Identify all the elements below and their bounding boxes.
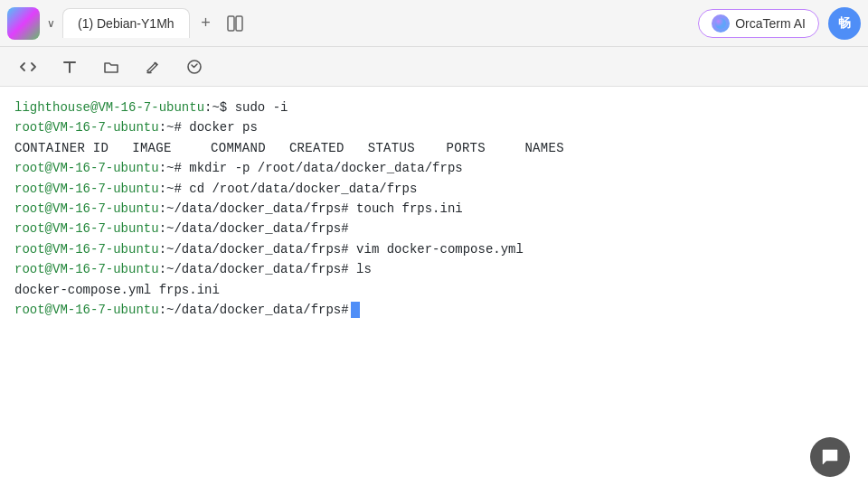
edit-icon[interactable] [139, 53, 166, 80]
svg-rect-1 [236, 16, 242, 31]
terminal-line-3: CONTAINER ID IMAGE COMMAND CREATED STATU… [14, 138, 854, 158]
col-command: COMMAND [211, 141, 266, 155]
folder-icon[interactable] [98, 53, 125, 80]
cmd-2: :~# docker ps [159, 120, 258, 135]
terminal-line-9: root@VM-16-7-ubuntu:~/data/docker_data/f… [14, 259, 854, 279]
prompt-6: root@VM-16-7-ubuntu [14, 201, 159, 216]
prompt-8: root@VM-16-7-ubuntu [14, 242, 159, 257]
toolbar [0, 47, 868, 87]
svg-rect-0 [228, 16, 234, 31]
col-status: STATUS [368, 141, 415, 155]
terminal-line-10: docker-compose.yml frps.ini [14, 280, 854, 300]
terminal-line-6: root@VM-16-7-ubuntu:~/data/docker_data/f… [14, 199, 854, 219]
prompt-9: root@VM-16-7-ubuntu [14, 262, 159, 276]
text-icon[interactable] [56, 53, 83, 80]
prompt-11: root@VM-16-7-ubuntu [14, 303, 159, 317]
col-image: IMAGE [132, 141, 171, 155]
terminal-line-4: root@VM-16-7-ubuntu:~# mkdir -p /root/da… [14, 158, 854, 178]
output-text: docker-compose.yml frps.ini [14, 283, 220, 297]
cmd-6: :~/data/docker_data/frps# touch frps.ini [159, 201, 463, 216]
prompt-4: root@VM-16-7-ubuntu [14, 161, 159, 175]
prompt-1: lighthouse@VM-16-7-ubuntu [14, 100, 204, 115]
terminal-line-2: root@VM-16-7-ubuntu:~# docker ps [14, 117, 854, 137]
prompt-5: root@VM-16-7-ubuntu [14, 182, 159, 196]
terminal[interactable]: lighthouse@VM-16-7-ubuntu:~$ sudo -i roo… [0, 87, 868, 495]
prompt-2: root@VM-16-7-ubuntu [14, 120, 159, 135]
split-button[interactable] [222, 11, 248, 36]
tab-bar: (1) Debian-Y1Mh + [62, 8, 691, 38]
svg-point-2 [715, 18, 726, 29]
code-icon[interactable] [14, 53, 42, 80]
title-bar-right: OrcaTerm AI 畅 [698, 7, 861, 40]
cmd-8: :~/data/docker_data/frps# vim docker-com… [159, 242, 524, 257]
orca-button[interactable]: OrcaTerm AI [698, 9, 819, 38]
orca-icon [712, 14, 730, 33]
terminal-line-5: root@VM-16-7-ubuntu:~# cd /root/data/doc… [14, 179, 854, 199]
active-tab[interactable]: (1) Debian-Y1Mh [62, 8, 190, 38]
orca-label: OrcaTerm AI [735, 16, 806, 31]
title-bar: ∨ (1) Debian-Y1Mh + OrcaTerm AI 畅 [0, 0, 868, 47]
chevron-down-icon[interactable]: ∨ [47, 17, 55, 30]
col-created: CREATED [289, 141, 344, 155]
cmd-5: :~# cd /root/data/docker_data/frps [159, 182, 418, 196]
app-icon[interactable] [7, 7, 40, 40]
terminal-cursor [351, 302, 360, 318]
monitor-icon[interactable] [181, 53, 208, 80]
cmd-9: :~/data/docker_data/frps# ls [159, 262, 372, 276]
terminal-line-1: lighthouse@VM-16-7-ubuntu:~$ sudo -i [14, 98, 854, 117]
chat-bubble-button[interactable] [810, 437, 850, 477]
col-names: NAMES [524, 141, 563, 155]
col-ports: PORTS [447, 141, 486, 155]
cmd-11: :~/data/docker_data/frps# [159, 303, 349, 317]
action-button[interactable]: 畅 [828, 7, 861, 40]
cmd-4: :~# mkdir -p /root/data/docker_data/frps [159, 161, 463, 175]
terminal-line-8: root@VM-16-7-ubuntu:~/data/docker_data/f… [14, 239, 854, 259]
col-container-id: CONTAINER ID [14, 141, 108, 155]
terminal-line-11: root@VM-16-7-ubuntu:~/data/docker_data/f… [14, 300, 854, 320]
cmd-7: :~/data/docker_data/frps# [159, 221, 349, 236]
new-tab-button[interactable]: + [193, 11, 219, 36]
cmd-1: :~$ sudo -i [204, 100, 288, 115]
prompt-7: root@VM-16-7-ubuntu [14, 221, 159, 236]
terminal-line-7: root@VM-16-7-ubuntu:~/data/docker_data/f… [14, 219, 854, 238]
